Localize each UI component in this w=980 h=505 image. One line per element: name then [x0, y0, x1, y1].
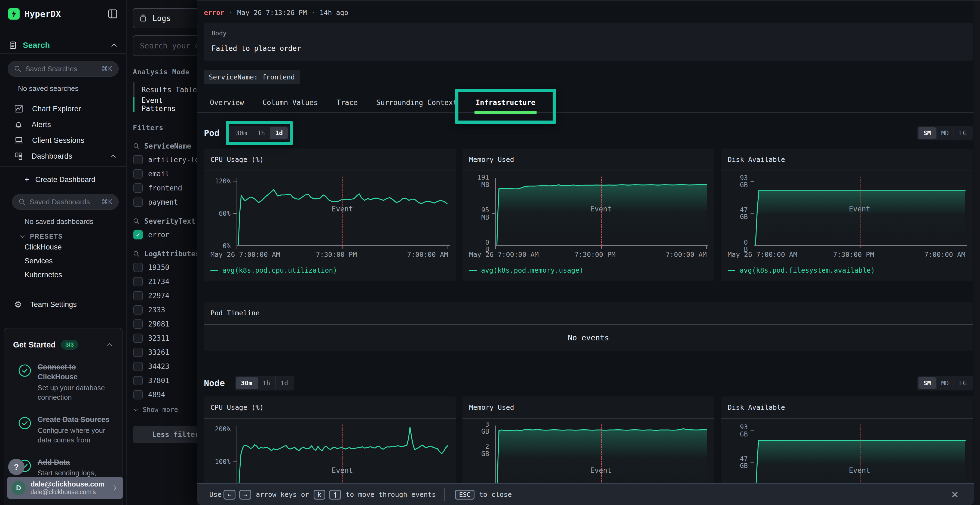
get-started-step[interactable]: Create Data Sources Configure where your…: [13, 414, 113, 445]
presets-toggle[interactable]: PRESETS: [20, 233, 126, 240]
preset-services[interactable]: Services: [0, 254, 126, 268]
checkbox[interactable]: [134, 348, 143, 357]
checkbox[interactable]: [134, 305, 143, 314]
filter-option[interactable]: 32311: [133, 333, 197, 343]
filter-option[interactable]: 4894: [133, 390, 197, 399]
sidebar-item-chart-explorer[interactable]: Chart Explorer: [0, 101, 126, 117]
chevron-up-icon[interactable]: [111, 43, 118, 48]
sidebar-item-client-sessions[interactable]: Client Sessions: [0, 132, 126, 148]
chart-pod-memory[interactable]: 191 MB95 MB0 BEventMay 26 7:00:00 AM7:30…: [463, 171, 714, 281]
magnifier-icon[interactable]: [133, 218, 140, 225]
pod-size-lg[interactable]: LG: [954, 127, 972, 139]
chart-legend[interactable]: avg(k8s.pod.memory.usage): [469, 262, 707, 281]
sidebar-item-dashboards[interactable]: Dashboards: [0, 148, 126, 164]
analysis-mode-results-table[interactable]: Results Table: [134, 83, 197, 97]
saved-dashboards-field[interactable]: [30, 198, 102, 206]
saved-searches-field[interactable]: [25, 65, 102, 73]
node-range-1h[interactable]: 1h: [257, 377, 275, 389]
tab-surrounding-context[interactable]: Surrounding Context: [367, 93, 466, 112]
filter-option[interactable]: email: [133, 169, 197, 178]
show-more-toggle[interactable]: Show more: [133, 406, 197, 414]
checkbox[interactable]: [134, 263, 143, 272]
event-search-box[interactable]: [133, 35, 197, 56]
plot-area[interactable]: 191 MB95 MB0 BEvent: [495, 178, 707, 246]
saved-searches-input[interactable]: ⌘K: [8, 61, 119, 77]
sidebar-item-alerts[interactable]: Alerts: [0, 117, 126, 132]
node-size-lg[interactable]: LG: [954, 377, 972, 389]
checkbox[interactable]: [134, 230, 143, 240]
arrow-left-key[interactable]: ←: [223, 490, 235, 500]
filter-option[interactable]: 34423: [133, 362, 197, 371]
magnifier-icon[interactable]: [133, 250, 140, 257]
analysis-mode-event-patterns[interactable]: Event Patterns: [134, 97, 197, 112]
sidebar-section-search[interactable]: Search: [0, 37, 126, 54]
chart-pod-cpu[interactable]: 120%60%0%EventMay 26 7:00:00 AM7:30:00 P…: [204, 171, 456, 281]
node-size-sm[interactable]: SM: [918, 377, 936, 389]
source-selector[interactable]: Logs: [133, 8, 197, 28]
filter-option[interactable]: artillery-load: [133, 155, 197, 164]
filter-option[interactable]: frontend: [133, 183, 197, 193]
esc-key[interactable]: ESC: [455, 490, 474, 500]
y-axis-label: 191 MB: [477, 174, 489, 188]
tab-trace[interactable]: Trace: [327, 93, 367, 112]
chart-node-cpu[interactable]: 200%100%Event: [204, 419, 456, 494]
close-icon[interactable]: ✕: [951, 489, 959, 500]
checkbox[interactable]: [134, 277, 143, 286]
chart-legend[interactable]: avg(k8s.pod.filesystem.available): [728, 262, 965, 281]
saved-dashboards-input[interactable]: ⌘K: [12, 194, 119, 210]
checkbox[interactable]: [134, 376, 143, 385]
checkbox[interactable]: [134, 319, 143, 329]
checkbox[interactable]: [134, 197, 143, 207]
preset-kubernetes[interactable]: Kubernetes: [0, 268, 126, 282]
get-started-step[interactable]: Connect to ClickHouse Set up your databa…: [13, 362, 113, 402]
help-button[interactable]: ?: [8, 459, 24, 475]
checkbox[interactable]: [134, 291, 143, 300]
chevron-up-icon[interactable]: [110, 154, 116, 158]
filter-option[interactable]: 37801: [133, 376, 197, 385]
servicename-tag[interactable]: ServiceName: frontend: [204, 70, 300, 84]
node-range-30m[interactable]: 30m: [236, 377, 257, 389]
filter-option[interactable]: 19350: [133, 263, 197, 272]
filter-option[interactable]: error: [133, 230, 197, 240]
pod-range-1h[interactable]: 1h: [252, 127, 270, 139]
filter-option[interactable]: 2333: [133, 305, 197, 314]
j-key[interactable]: j: [329, 490, 341, 500]
plot-area[interactable]: 120%60%0%Event: [237, 178, 448, 246]
node-size-md[interactable]: MD: [936, 377, 954, 389]
magnifier-icon[interactable]: [133, 143, 140, 150]
chart-pod-disk[interactable]: 93 GB47 GB0 BEventMay 26 7:00:00 AM7:30:…: [721, 171, 973, 281]
chart-legend[interactable]: avg(k8s.pod.cpu.utilization): [210, 262, 448, 281]
tab-infrastructure[interactable]: Infrastructure: [466, 93, 544, 112]
checkbox[interactable]: [134, 362, 143, 371]
preset-clickhouse[interactable]: ClickHouse: [0, 240, 126, 254]
tab-overview[interactable]: Overview: [200, 93, 253, 112]
less-filters-button[interactable]: Less filters: [133, 426, 197, 443]
filter-option[interactable]: 29081: [133, 319, 197, 329]
filter-option[interactable]: 21734: [133, 277, 197, 286]
filter-option[interactable]: payment: [133, 197, 197, 207]
checkbox[interactable]: [134, 169, 143, 178]
chart-node-memory[interactable]: 3 GB2 GBEvent: [463, 419, 714, 494]
checkbox[interactable]: [134, 183, 143, 193]
pod-size-sm[interactable]: SM: [918, 127, 936, 139]
checkbox[interactable]: [134, 155, 143, 164]
tab-column-values[interactable]: Column Values: [253, 93, 327, 112]
checkbox[interactable]: [134, 333, 143, 343]
k-key[interactable]: k: [313, 490, 326, 500]
sidebar-item-team-settings[interactable]: ⚙ Team Settings: [0, 297, 126, 312]
sidebar-collapse-icon[interactable]: [107, 9, 118, 19]
filter-option[interactable]: 22974: [133, 291, 197, 300]
user-menu[interactable]: D dale@clickhouse.com dale@clickhouse.co…: [7, 477, 123, 499]
create-dashboard-button[interactable]: + Create Dashboard: [0, 172, 126, 187]
chevron-up-icon[interactable]: [106, 343, 113, 347]
plot-area[interactable]: 93 GB47 GB0 BEvent: [754, 178, 965, 246]
node-range-1d[interactable]: 1d: [275, 377, 293, 389]
arrow-right-key[interactable]: →: [239, 490, 251, 500]
filter-option[interactable]: 33261: [133, 348, 197, 357]
event-search-input[interactable]: [140, 41, 197, 50]
checkbox[interactable]: [134, 390, 143, 399]
pod-range-1d[interactable]: 1d: [270, 127, 288, 139]
pod-size-md[interactable]: MD: [936, 127, 954, 139]
chart-node-disk[interactable]: 93 GB47 GBEvent: [721, 419, 973, 494]
pod-range-30m[interactable]: 30m: [231, 127, 252, 139]
